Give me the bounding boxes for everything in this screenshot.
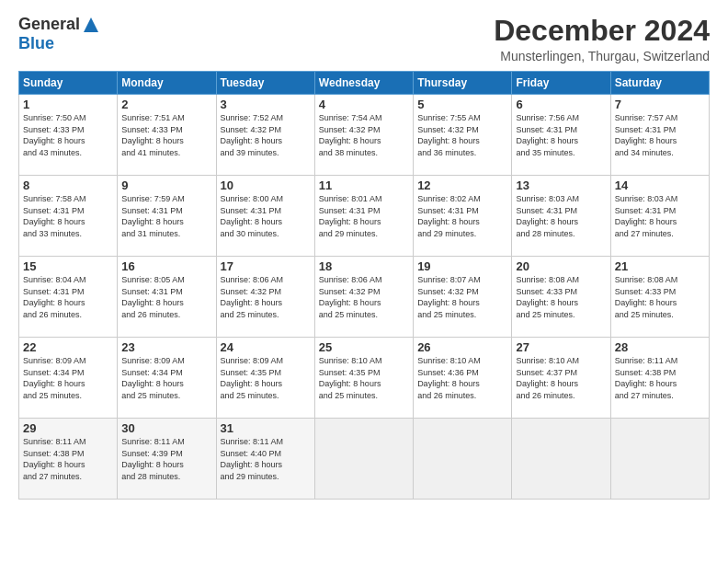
day-number: 9 [121,178,211,192]
calendar-header-monday: Monday [118,72,216,95]
day-info: Sunrise: 7:57 AM Sunset: 4:31 PM Dayligh… [615,112,705,158]
day-number: 2 [121,98,211,111]
calendar-cell: 27Sunrise: 8:10 AM Sunset: 4:37 PM Dayli… [512,338,610,419]
logo-icon [82,16,100,34]
day-number: 5 [417,98,507,111]
day-number: 29 [23,421,113,435]
calendar-cell: 13Sunrise: 8:03 AM Sunset: 4:31 PM Dayli… [512,176,610,257]
day-number: 26 [417,340,507,354]
day-info: Sunrise: 8:08 AM Sunset: 4:33 PM Dayligh… [516,274,606,320]
day-info: Sunrise: 7:50 AM Sunset: 4:33 PM Dayligh… [23,112,113,158]
calendar-week-3: 15Sunrise: 8:04 AM Sunset: 4:31 PM Dayli… [19,257,710,338]
calendar-cell: 6Sunrise: 7:56 AM Sunset: 4:31 PM Daylig… [512,95,610,176]
day-info: Sunrise: 7:51 AM Sunset: 4:33 PM Dayligh… [121,112,211,158]
day-info: Sunrise: 7:55 AM Sunset: 4:32 PM Dayligh… [417,112,507,158]
day-info: Sunrise: 8:10 AM Sunset: 4:37 PM Dayligh… [516,355,606,401]
calendar-cell: 26Sunrise: 8:10 AM Sunset: 4:36 PM Dayli… [414,338,512,419]
day-number: 4 [319,98,409,111]
day-info: Sunrise: 8:04 AM Sunset: 4:31 PM Dayligh… [23,274,113,320]
calendar-cell [414,419,512,500]
calendar-cell: 24Sunrise: 8:09 AM Sunset: 4:35 PM Dayli… [216,338,314,419]
day-number: 6 [516,98,606,111]
svg-marker-0 [84,17,98,32]
day-info: Sunrise: 8:00 AM Sunset: 4:31 PM Dayligh… [221,193,311,239]
day-number: 16 [121,259,211,273]
day-number: 30 [121,421,211,435]
day-number: 13 [516,178,606,192]
day-number: 21 [615,259,705,273]
day-info: Sunrise: 8:11 AM Sunset: 4:39 PM Dayligh… [121,436,211,482]
calendar-cell: 31Sunrise: 8:11 AM Sunset: 4:40 PM Dayli… [216,419,314,500]
calendar-week-5: 29Sunrise: 8:11 AM Sunset: 4:38 PM Dayli… [19,419,710,500]
calendar-cell [314,419,413,500]
calendar-cell: 3Sunrise: 7:52 AM Sunset: 4:32 PM Daylig… [216,95,314,176]
day-number: 24 [221,340,311,354]
calendar-cell: 2Sunrise: 7:51 AM Sunset: 4:33 PM Daylig… [118,95,216,176]
calendar-cell: 10Sunrise: 8:00 AM Sunset: 4:31 PM Dayli… [216,176,314,257]
day-info: Sunrise: 8:06 AM Sunset: 4:32 PM Dayligh… [319,274,409,320]
calendar-header-friday: Friday [512,72,610,95]
day-info: Sunrise: 8:10 AM Sunset: 4:36 PM Dayligh… [417,355,507,401]
month-title: December 2024 [494,15,710,47]
day-number: 19 [417,259,507,273]
day-number: 3 [221,98,311,111]
day-info: Sunrise: 8:09 AM Sunset: 4:35 PM Dayligh… [221,355,311,401]
day-number: 31 [221,421,311,435]
day-info: Sunrise: 7:52 AM Sunset: 4:32 PM Dayligh… [221,112,311,158]
calendar-cell: 20Sunrise: 8:08 AM Sunset: 4:33 PM Dayli… [512,257,610,338]
header: General Blue December 2024 Munsterlingen… [18,15,710,63]
day-number: 8 [23,178,113,192]
calendar-cell: 19Sunrise: 8:07 AM Sunset: 4:32 PM Dayli… [414,257,512,338]
calendar-cell: 23Sunrise: 8:09 AM Sunset: 4:34 PM Dayli… [118,338,216,419]
day-info: Sunrise: 8:10 AM Sunset: 4:35 PM Dayligh… [319,355,409,401]
calendar-header-row: SundayMondayTuesdayWednesdayThursdayFrid… [19,72,710,95]
logo-general-text: General [18,15,80,34]
day-info: Sunrise: 8:08 AM Sunset: 4:33 PM Dayligh… [615,274,705,320]
day-info: Sunrise: 7:54 AM Sunset: 4:32 PM Dayligh… [319,112,409,158]
day-info: Sunrise: 8:11 AM Sunset: 4:38 PM Dayligh… [23,436,113,482]
day-info: Sunrise: 8:03 AM Sunset: 4:31 PM Dayligh… [516,193,606,239]
day-info: Sunrise: 8:07 AM Sunset: 4:32 PM Dayligh… [417,274,507,320]
calendar-week-1: 1Sunrise: 7:50 AM Sunset: 4:33 PM Daylig… [19,95,710,176]
calendar-cell [610,419,709,500]
day-info: Sunrise: 8:01 AM Sunset: 4:31 PM Dayligh… [319,193,409,239]
day-number: 10 [221,178,311,192]
day-number: 15 [23,259,113,273]
calendar-cell [512,419,610,500]
calendar-week-2: 8Sunrise: 7:58 AM Sunset: 4:31 PM Daylig… [19,176,710,257]
day-number: 28 [615,340,705,354]
calendar-cell: 21Sunrise: 8:08 AM Sunset: 4:33 PM Dayli… [610,257,709,338]
calendar-cell: 25Sunrise: 8:10 AM Sunset: 4:35 PM Dayli… [314,338,413,419]
day-info: Sunrise: 8:11 AM Sunset: 4:40 PM Dayligh… [221,436,311,482]
day-info: Sunrise: 8:11 AM Sunset: 4:38 PM Dayligh… [615,355,705,401]
calendar-header-wednesday: Wednesday [314,72,413,95]
day-number: 14 [615,178,705,192]
day-info: Sunrise: 8:09 AM Sunset: 4:34 PM Dayligh… [121,355,211,401]
subtitle: Munsterlingen, Thurgau, Switzerland [494,49,710,63]
calendar-cell: 12Sunrise: 8:02 AM Sunset: 4:31 PM Dayli… [414,176,512,257]
calendar-cell: 30Sunrise: 8:11 AM Sunset: 4:39 PM Dayli… [118,419,216,500]
calendar-cell: 11Sunrise: 8:01 AM Sunset: 4:31 PM Dayli… [314,176,413,257]
day-number: 22 [23,340,113,354]
day-number: 12 [417,178,507,192]
day-info: Sunrise: 8:05 AM Sunset: 4:31 PM Dayligh… [121,274,211,320]
title-block: December 2024 Munsterlingen, Thurgau, Sw… [494,15,710,63]
day-info: Sunrise: 8:06 AM Sunset: 4:32 PM Dayligh… [221,274,311,320]
calendar-header-thursday: Thursday [414,72,512,95]
day-number: 23 [121,340,211,354]
calendar-header-tuesday: Tuesday [216,72,314,95]
calendar-cell: 15Sunrise: 8:04 AM Sunset: 4:31 PM Dayli… [19,257,118,338]
day-number: 25 [319,340,409,354]
calendar-cell: 29Sunrise: 8:11 AM Sunset: 4:38 PM Dayli… [19,419,118,500]
day-number: 27 [516,340,606,354]
day-info: Sunrise: 7:59 AM Sunset: 4:31 PM Dayligh… [121,193,211,239]
calendar-cell: 1Sunrise: 7:50 AM Sunset: 4:33 PM Daylig… [19,95,118,176]
day-info: Sunrise: 8:09 AM Sunset: 4:34 PM Dayligh… [23,355,113,401]
day-info: Sunrise: 8:03 AM Sunset: 4:31 PM Dayligh… [615,193,705,239]
calendar-cell: 5Sunrise: 7:55 AM Sunset: 4:32 PM Daylig… [414,95,512,176]
day-info: Sunrise: 7:58 AM Sunset: 4:31 PM Dayligh… [23,193,113,239]
calendar-cell: 4Sunrise: 7:54 AM Sunset: 4:32 PM Daylig… [314,95,413,176]
logo-blue-text: Blue [18,34,54,53]
day-number: 7 [615,98,705,111]
calendar: SundayMondayTuesdayWednesdayThursdayFrid… [18,71,710,500]
